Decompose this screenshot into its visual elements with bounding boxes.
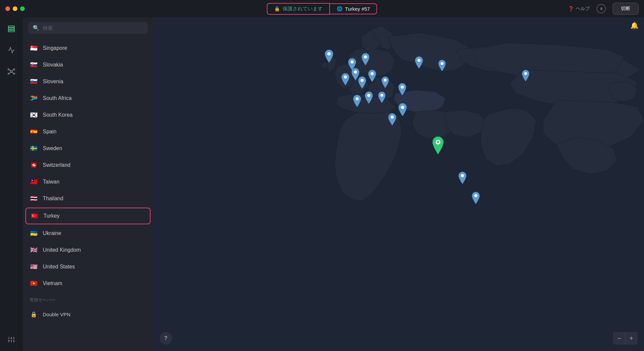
pause-icon: ⏸ bbox=[600, 7, 603, 11]
country-item-spain[interactable]: 🇪🇸 Spain bbox=[23, 123, 153, 140]
help-button[interactable]: ❓ ヘルプ bbox=[568, 6, 590, 12]
svg-point-22 bbox=[327, 52, 331, 55]
svg-point-28 bbox=[370, 72, 373, 75]
special-icon-double-vpn: 🔒 bbox=[29, 310, 38, 319]
zoom-in-icon: + bbox=[629, 335, 633, 342]
map-pin-16[interactable] bbox=[387, 113, 397, 127]
country-item-south-korea[interactable]: 🇰🇷 South Korea bbox=[23, 107, 153, 123]
map-pin-9[interactable] bbox=[357, 76, 367, 91]
map-pin-15[interactable] bbox=[397, 103, 408, 118]
svg-line-10 bbox=[9, 72, 11, 74]
map-pin-17[interactable] bbox=[521, 69, 530, 83]
svg-point-27 bbox=[354, 71, 357, 74]
map-pin-18[interactable] bbox=[457, 171, 467, 186]
zoom-out-button[interactable]: − bbox=[613, 332, 625, 344]
map-pin-3[interactable] bbox=[360, 52, 370, 67]
protected-label: 保護されています bbox=[283, 6, 323, 12]
search-input[interactable] bbox=[43, 25, 143, 31]
minimize-button[interactable] bbox=[13, 6, 17, 11]
map-pin-14[interactable] bbox=[352, 94, 362, 109]
search-icon: 🔍 bbox=[33, 25, 39, 31]
flag-sweden: 🇸🇪 bbox=[29, 144, 38, 153]
svg-point-24 bbox=[364, 55, 367, 58]
map-pin-8[interactable] bbox=[340, 73, 350, 87]
flag-slovenia: 🇸🇮 bbox=[29, 77, 38, 86]
titlebar-right: ❓ ヘルプ ⏸ 切断 bbox=[568, 3, 639, 15]
country-name-singapore: Singapore bbox=[43, 45, 67, 51]
map-pin-19[interactable] bbox=[471, 191, 481, 206]
svg-rect-0 bbox=[8, 26, 14, 28]
map-pin-5[interactable] bbox=[437, 59, 447, 73]
svg-point-23 bbox=[350, 61, 353, 64]
map-help-button[interactable]: ? bbox=[160, 332, 172, 344]
flag-united-states: 🇺🇸 bbox=[29, 262, 38, 271]
map-pin-12[interactable] bbox=[364, 91, 374, 106]
sidebar-item-mesh[interactable] bbox=[5, 66, 17, 78]
country-item-turkey[interactable]: 🇹🇷 Turkey bbox=[25, 208, 150, 224]
lock-icon: 🔒 bbox=[274, 6, 280, 11]
country-item-united-states[interactable]: 🇺🇸 United States bbox=[23, 258, 153, 275]
disconnect-button[interactable]: 切断 bbox=[613, 3, 639, 15]
flag-turkey: 🇹🇷 bbox=[30, 212, 39, 220]
country-name-sweden: Sweden bbox=[43, 145, 62, 151]
country-item-thailand[interactable]: 🇹🇭 Thailand bbox=[23, 190, 153, 207]
svg-rect-2 bbox=[8, 30, 14, 32]
main-content: 🔍 🇸🇬 Singapore 🇸🇰 Slovakia 🇸🇮 Slovenia 🇿… bbox=[0, 17, 644, 351]
titlebar: 🔒 保護されています 🌐 Turkey #57 ❓ ヘルプ ⏸ 切断 bbox=[0, 0, 644, 17]
svg-point-37 bbox=[391, 116, 394, 119]
globe-icon: 🌐 bbox=[337, 6, 342, 11]
pause-button[interactable]: ⏸ bbox=[597, 4, 606, 13]
map-pin-11[interactable] bbox=[397, 83, 407, 97]
map-pin-13[interactable] bbox=[377, 91, 387, 105]
country-item-switzerland[interactable]: 🇨🇭 Switzerland bbox=[23, 157, 153, 173]
country-name-south-korea: South Korea bbox=[43, 112, 73, 118]
country-item-slovenia[interactable]: 🇸🇮 Slovenia bbox=[23, 73, 153, 90]
country-name-slovenia: Slovenia bbox=[43, 79, 63, 85]
titlebar-center: 🔒 保護されています 🌐 Turkey #57 bbox=[267, 3, 377, 15]
country-item-south-africa[interactable]: 🇿🇦 South Africa bbox=[23, 90, 153, 107]
svg-point-41 bbox=[461, 174, 464, 177]
country-name-vietnam: Vietnam bbox=[43, 280, 62, 286]
bell-button[interactable]: 🔔 bbox=[630, 21, 639, 29]
country-name-united-kingdom: United Kingdom bbox=[43, 247, 81, 253]
map-pin-1[interactable] bbox=[324, 49, 334, 65]
svg-point-31 bbox=[384, 79, 387, 82]
flag-slovakia: 🇸🇰 bbox=[29, 61, 38, 69]
svg-point-5 bbox=[13, 69, 15, 70]
sidebar-item-settings[interactable] bbox=[5, 334, 17, 346]
map-pin-4[interactable] bbox=[414, 56, 424, 71]
maximize-button[interactable] bbox=[20, 6, 25, 11]
flag-thailand: 🇹🇭 bbox=[29, 194, 38, 203]
question-icon: ? bbox=[164, 335, 168, 341]
close-button[interactable] bbox=[5, 6, 10, 11]
country-item-sweden[interactable]: 🇸🇪 Sweden bbox=[23, 140, 153, 157]
country-name-united-states: United States bbox=[43, 264, 75, 270]
flag-south-africa: 🇿🇦 bbox=[29, 94, 38, 103]
zoom-out-icon: − bbox=[617, 335, 621, 342]
svg-point-34 bbox=[381, 94, 384, 97]
country-name-switzerland: Switzerland bbox=[43, 162, 71, 168]
special-item-double-vpn[interactable]: 🔒 Double VPN bbox=[23, 306, 153, 323]
country-item-united-kingdom[interactable]: 🇬🇧 United Kingdom bbox=[23, 242, 153, 258]
flag-vietnam: 🇻🇳 bbox=[29, 279, 38, 288]
map-pin-7[interactable] bbox=[367, 69, 377, 84]
zoom-in-button[interactable]: + bbox=[625, 332, 637, 344]
sidebar-item-servers[interactable] bbox=[5, 23, 17, 35]
svg-point-29 bbox=[344, 76, 347, 79]
country-item-ukraine[interactable]: 🇺🇦 Ukraine bbox=[23, 225, 153, 242]
svg-rect-1 bbox=[8, 28, 14, 30]
map-pin-turkey-active[interactable] bbox=[431, 136, 445, 156]
svg-point-42 bbox=[474, 194, 477, 197]
country-item-slovakia[interactable]: 🇸🇰 Slovakia bbox=[23, 56, 153, 73]
country-item-vietnam[interactable]: 🇻🇳 Vietnam bbox=[23, 275, 153, 292]
country-name-taiwan: Taiwan bbox=[43, 179, 60, 185]
country-item-singapore[interactable]: 🇸🇬 Singapore bbox=[23, 40, 153, 56]
country-item-taiwan[interactable]: 🇹🇼 Taiwan bbox=[23, 173, 153, 190]
country-panel: 🔍 🇸🇬 Singapore 🇸🇰 Slovakia 🇸🇮 Slovenia 🇿… bbox=[23, 17, 153, 351]
svg-point-7 bbox=[13, 73, 15, 75]
svg-point-6 bbox=[8, 73, 9, 75]
sidebar-item-stats[interactable] bbox=[5, 44, 17, 56]
special-section-header: 専用サーバー bbox=[23, 292, 153, 306]
map-pin-10[interactable] bbox=[381, 76, 390, 90]
svg-point-38 bbox=[524, 72, 527, 75]
